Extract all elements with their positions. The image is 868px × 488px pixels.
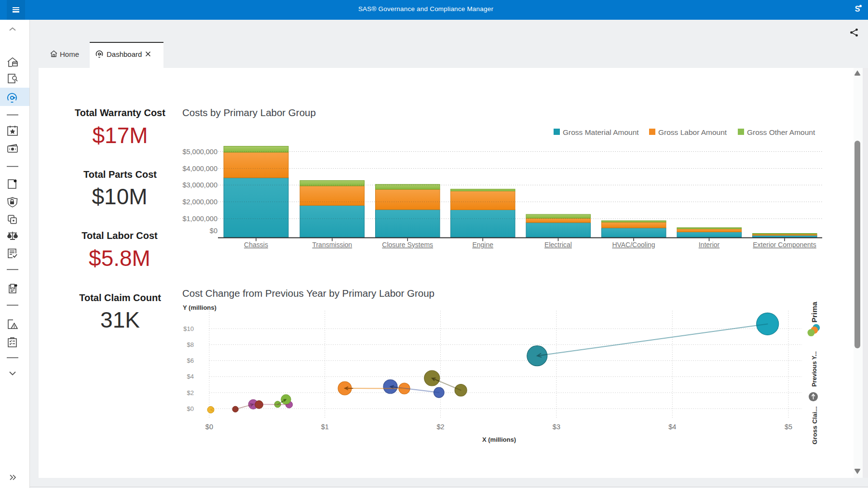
- svg-text:$2,000,000: $2,000,000: [182, 198, 217, 206]
- svg-text:Electrical: Electrical: [544, 241, 572, 249]
- svg-text:$2: $2: [436, 423, 444, 431]
- svg-text:Interior: Interior: [699, 241, 720, 249]
- svg-text:Transmission: Transmission: [312, 241, 352, 249]
- svg-text:Engine: Engine: [472, 241, 493, 249]
- svg-text:Chassis: Chassis: [244, 241, 268, 249]
- svg-text:$4,000,000: $4,000,000: [182, 165, 217, 172]
- svg-text:Closure Systems: Closure Systems: [382, 241, 433, 249]
- svg-text:$0: $0: [210, 227, 217, 235]
- svg-text:HVAC/Cooling: HVAC/Cooling: [612, 241, 655, 249]
- svg-text:Gross Other Amount: Gross Other Amount: [747, 128, 815, 136]
- svg-text:$8: $8: [187, 341, 194, 348]
- svg-text:X (millions): X (millions): [482, 436, 516, 443]
- svg-text:Gross Labor Amount: Gross Labor Amount: [658, 128, 727, 136]
- svg-text:$2: $2: [187, 389, 194, 396]
- svg-text:$5: $5: [785, 423, 792, 431]
- svg-text:Exterior Components: Exterior Components: [753, 241, 816, 249]
- svg-text:$4: $4: [668, 423, 676, 431]
- svg-text:$4: $4: [187, 373, 194, 380]
- svg-text:$0: $0: [187, 405, 194, 412]
- svg-text:$5,000,000: $5,000,000: [182, 148, 217, 156]
- svg-text:$3,000,000: $3,000,000: [182, 181, 217, 189]
- svg-text:$1: $1: [321, 423, 329, 431]
- svg-text:$10: $10: [183, 325, 194, 332]
- svg-text:$1,000,000: $1,000,000: [182, 215, 217, 223]
- svg-text:$6: $6: [187, 357, 194, 364]
- svg-text:$3: $3: [553, 423, 560, 431]
- svg-text:Gross Material Amount: Gross Material Amount: [563, 128, 639, 136]
- svg-text:$0: $0: [205, 423, 213, 431]
